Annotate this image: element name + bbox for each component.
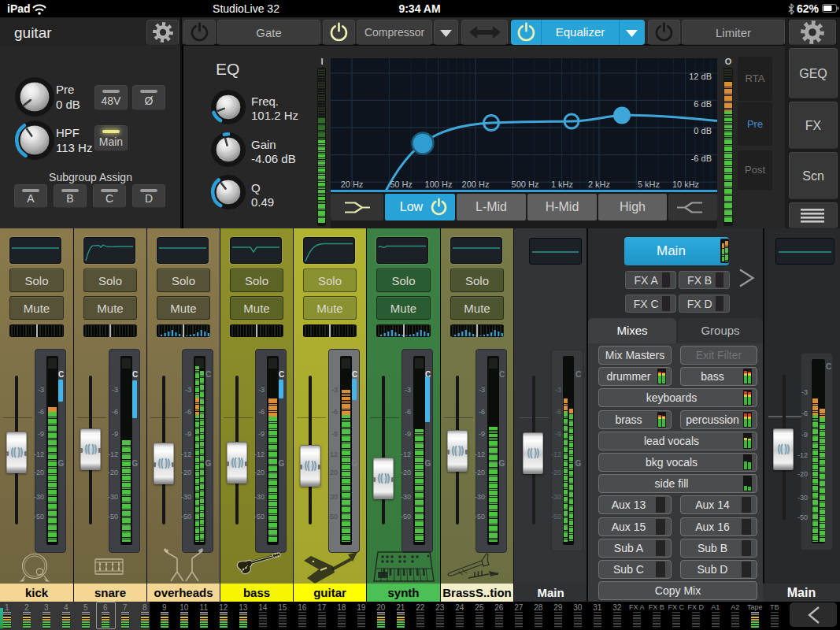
svg-text:-6 dB: -6 dB bbox=[691, 154, 712, 163]
svg-text:500 Hz: 500 Hz bbox=[512, 180, 539, 189]
svg-text:0 dB: 0 dB bbox=[694, 126, 712, 135]
svg-text:2 kHz: 2 kHz bbox=[588, 180, 610, 189]
svg-text:50 Hz: 50 Hz bbox=[390, 180, 413, 189]
svg-text:200 Hz: 200 Hz bbox=[462, 180, 490, 189]
svg-text:20 Hz: 20 Hz bbox=[341, 180, 364, 189]
svg-text:100 Hz: 100 Hz bbox=[425, 180, 453, 189]
svg-text:6 dB: 6 dB bbox=[694, 99, 712, 109]
svg-text:1 kHz: 1 kHz bbox=[551, 180, 573, 189]
svg-text:5 kHz: 5 kHz bbox=[638, 180, 660, 189]
svg-text:12 dB: 12 dB bbox=[689, 72, 712, 81]
svg-text:10 kHz: 10 kHz bbox=[672, 180, 699, 189]
